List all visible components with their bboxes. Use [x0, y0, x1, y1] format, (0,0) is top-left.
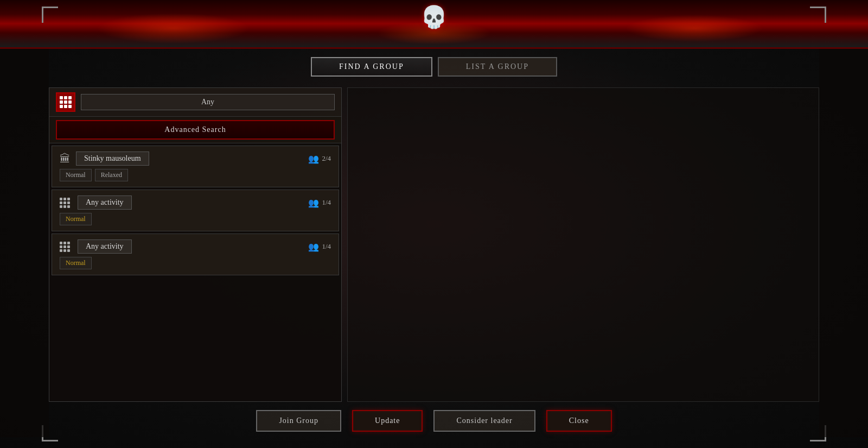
group-entry-top: Any activity 👥 1/4	[60, 195, 331, 210]
panel-container: Any Advanced Search 🏛 Stinky mausoleum	[49, 87, 819, 402]
consider-leader-button[interactable]: Consider leader	[433, 410, 535, 432]
tab-list-group[interactable]: LIST A GROUP	[438, 57, 557, 77]
group-tag-normal: Normal	[60, 213, 92, 225]
side-panel-right	[819, 49, 868, 437]
group-count-value: 1/4	[322, 242, 331, 251]
group-tag-normal: Normal	[60, 257, 92, 269]
advanced-search-bar: Advanced Search	[49, 117, 341, 143]
group-list[interactable]: 🏛 Stinky mausoleum 👥 2/4 Normal Relaxed	[49, 143, 341, 401]
group-entry-left: Any activity	[60, 195, 132, 210]
corner-top-left	[42, 7, 58, 23]
grid-icon	[60, 198, 70, 208]
group-tags: Normal	[60, 213, 331, 225]
players-icon: 👥	[308, 242, 319, 252]
group-entry-left: 🏛 Stinky mausoleum	[60, 152, 149, 166]
filter-row: Any	[49, 88, 341, 117]
tab-bar: FIND A GROUP LIST A GROUP	[49, 49, 819, 87]
left-panel: Any Advanced Search 🏛 Stinky mausoleum	[49, 87, 342, 402]
group-entry[interactable]: Any activity 👥 1/4 Normal	[52, 234, 339, 275]
group-count-value: 1/4	[322, 198, 331, 207]
group-name: Stinky mausoleum	[76, 152, 149, 166]
right-panel	[347, 87, 819, 402]
filter-any-dropdown[interactable]: Any	[81, 94, 335, 110]
group-tag-normal: Normal	[60, 169, 92, 181]
corner-top-right	[810, 7, 826, 23]
group-entry[interactable]: 🏛 Stinky mausoleum 👥 2/4 Normal Relaxed	[52, 146, 339, 187]
top-border: 💀	[0, 0, 868, 49]
group-tag-relaxed: Relaxed	[95, 169, 128, 181]
grid-dots-icon	[60, 96, 72, 108]
tab-find-group[interactable]: FIND A GROUP	[311, 57, 432, 77]
players-icon: 👥	[308, 154, 319, 164]
join-group-button[interactable]: Join Group	[256, 410, 341, 432]
side-panel-left	[0, 49, 49, 437]
main-content: FIND A GROUP LIST A GROUP Any Advanced S…	[49, 49, 819, 437]
group-name: Any activity	[78, 195, 132, 210]
group-entry-left: Any activity	[60, 239, 132, 254]
players-icon: 👥	[308, 198, 319, 208]
grid-icon	[60, 242, 70, 252]
dungeon-icon: 🏛	[60, 153, 71, 165]
skull-icon: 💀	[420, 4, 448, 30]
group-entry-top: 🏛 Stinky mausoleum 👥 2/4	[60, 152, 331, 166]
group-count: 👥 2/4	[308, 154, 331, 164]
grid-filter-button[interactable]	[56, 92, 75, 112]
bottom-bar: Join Group Update Consider leader Close	[49, 402, 819, 437]
group-tags: Normal Relaxed	[60, 169, 331, 181]
close-button[interactable]: Close	[546, 410, 612, 432]
group-name: Any activity	[78, 239, 132, 254]
group-entry-top: Any activity 👥 1/4	[60, 239, 331, 254]
group-count: 👥 1/4	[308, 198, 331, 208]
group-tags: Normal	[60, 257, 331, 269]
group-entry[interactable]: Any activity 👥 1/4 Normal	[52, 190, 339, 231]
group-count-value: 2/4	[322, 154, 331, 163]
group-count: 👥 1/4	[308, 242, 331, 252]
advanced-search-button[interactable]: Advanced Search	[56, 120, 335, 140]
update-button[interactable]: Update	[352, 410, 423, 432]
